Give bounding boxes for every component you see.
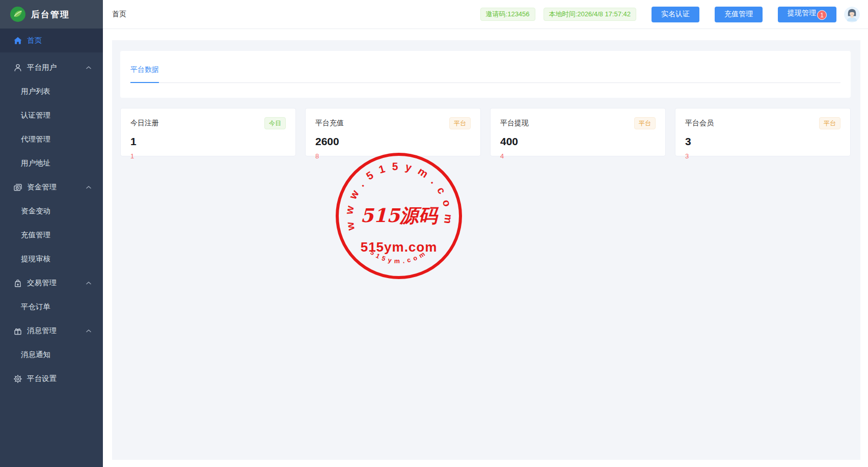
chevron-up-icon (86, 329, 92, 333)
recharge-manage-button[interactable]: 充值管理 (715, 7, 763, 22)
sidebar-group-funds[interactable]: 资金管理 (0, 175, 103, 199)
content-panel: 平台数据 今日注册 今日 1 1 平台充值 平台 2600 8 (112, 40, 860, 460)
stat-subvalue: 3 (685, 152, 840, 160)
stat-title: 平台充值 (315, 119, 344, 128)
sidebar-group-platform-users[interactable]: 平台用户 (0, 56, 103, 79)
user-icon (13, 63, 22, 72)
sidebar-group-label: 资金管理 (27, 182, 57, 192)
realname-auth-button[interactable]: 实名认证 (652, 7, 699, 22)
withdraw-manage-label: 提现管理 (788, 9, 816, 17)
chevron-up-icon (86, 66, 92, 69)
sidebar-item-home[interactable]: 首页 (0, 29, 103, 52)
tab-platform-data[interactable]: 平台数据 (130, 65, 159, 83)
stat-tag: 平台 (819, 117, 840, 129)
stat-title: 平台提现 (500, 119, 529, 128)
sidebar-item-recharge-manage[interactable]: 充值管理 (0, 223, 103, 247)
sidebar-item-agent-manage[interactable]: 代理管理 (0, 127, 103, 151)
stat-value: 1 (130, 135, 286, 148)
app-title: 后台管理 (31, 9, 70, 20)
topbar: 首页 邀请码:123456 本地时间:2026/4/8 17:57:42 实名认… (103, 0, 868, 29)
user-avatar[interactable] (844, 7, 860, 22)
withdraw-manage-button[interactable]: 提现管理1 (778, 7, 836, 22)
sidebar-item-fund-changes[interactable]: 资金变动 (0, 199, 103, 223)
sidebar-item-message-notify[interactable]: 消息通知 (0, 343, 103, 367)
stat-title: 平台会员 (685, 119, 714, 128)
sidebar-group-label: 平台用户 (27, 63, 57, 72)
sidebar-item-withdraw-review[interactable]: 提现审核 (0, 247, 103, 271)
sidebar-item-label: 首页 (27, 36, 42, 45)
stat-cards-row: 今日注册 今日 1 1 平台充值 平台 2600 8 平台提现 平台 40 (120, 108, 851, 156)
stat-tag: 平台 (449, 117, 471, 129)
sidebar-item-position-orders[interactable]: 平仓订单 (0, 295, 103, 319)
invite-code-tag: 邀请码:123456 (480, 8, 535, 21)
sidebar-item-platform-settings[interactable]: 平台设置 (0, 367, 103, 391)
stat-value: 400 (500, 135, 656, 148)
gift-icon (13, 326, 22, 336)
gear-icon (13, 374, 22, 383)
app-logo-icon (10, 7, 25, 22)
home-icon (13, 36, 22, 45)
chevron-up-icon (86, 185, 92, 189)
stat-value: 3 (685, 135, 840, 148)
stat-card-platform-recharge: 平台充值 平台 2600 8 (305, 108, 481, 156)
chevron-up-icon (86, 281, 92, 285)
wallet-icon (13, 183, 22, 192)
sidebar-item-label: 用户地址 (21, 158, 50, 168)
withdraw-count-badge: 1 (817, 10, 827, 20)
sidebar-item-label: 认证管理 (21, 111, 50, 120)
sidebar-group-trade[interactable]: 交易管理 (0, 271, 103, 295)
main-content: 平台数据 今日注册 今日 1 1 平台充值 平台 2600 8 (103, 29, 868, 467)
sidebar-group-label: 消息管理 (27, 326, 57, 336)
bag-up-icon (13, 279, 22, 288)
sidebar-item-user-list[interactable]: 用户列表 (0, 79, 103, 103)
sidebar-item-label: 消息通知 (21, 350, 50, 360)
stat-subvalue: 8 (315, 152, 471, 160)
sidebar-item-label: 平台设置 (27, 374, 57, 383)
sidebar-item-label: 代理管理 (21, 134, 50, 144)
sidebar-item-label: 资金变动 (21, 206, 50, 216)
tabs-nav: 平台数据 (130, 51, 840, 83)
stat-value: 2600 (315, 135, 471, 148)
stat-subvalue: 4 (500, 152, 656, 160)
sidebar-item-label: 提现审核 (21, 254, 50, 264)
stat-title: 今日注册 (130, 119, 159, 128)
local-time-tag: 本地时间:2026/4/8 17:57:42 (544, 8, 636, 21)
sidebar-group-label: 交易管理 (27, 278, 57, 288)
stat-card-platform-withdraw: 平台提现 平台 400 4 (490, 108, 666, 156)
stat-card-today-register: 今日注册 今日 1 1 (120, 108, 296, 156)
stat-card-platform-members: 平台会员 平台 3 3 (675, 108, 851, 156)
logo-area: 后台管理 (0, 0, 103, 29)
breadcrumb: 首页 (112, 10, 126, 19)
sidebar-item-label: 用户列表 (21, 87, 50, 96)
sidebar-item-label: 平仓订单 (21, 302, 50, 312)
sidebar-item-label: 充值管理 (21, 230, 50, 240)
sidebar: 后台管理 首页 平台用户 用户列表 认证管理 代理管理 用户地址 (0, 0, 103, 467)
sidebar-item-auth-manage[interactable]: 认证管理 (0, 103, 103, 127)
tab-card: 平台数据 (120, 51, 851, 98)
stat-tag: 平台 (634, 117, 656, 129)
sidebar-item-user-address[interactable]: 用户地址 (0, 151, 103, 175)
sidebar-menu: 首页 平台用户 用户列表 认证管理 代理管理 用户地址 资金管理 (0, 29, 103, 391)
stat-subvalue: 1 (130, 152, 286, 160)
stat-tag: 今日 (264, 117, 286, 129)
sidebar-group-messages[interactable]: 消息管理 (0, 319, 103, 343)
